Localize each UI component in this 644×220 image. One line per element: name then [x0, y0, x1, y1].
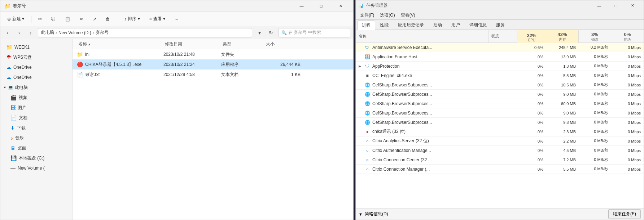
- file-type-cell: 文件夹: [221, 51, 264, 58]
- tm-process-row[interactable]: 🌐 CefSharp.BrowserSubproces... 0% 9.8 MB…: [356, 118, 644, 127]
- tm-process-row[interactable]: ○ Citrix Connection Center (32 ... 0% 7.…: [356, 155, 644, 165]
- paste-button[interactable]: 📋: [61, 14, 74, 24]
- file-row[interactable]: 📄 致谢.txt 2021/12/29 4:58 文本文档 1 KB: [73, 69, 353, 80]
- sidebar-item-wps[interactable]: 🌩 WPS云盘: [0, 52, 72, 62]
- sort-button[interactable]: ↑ 排序 ▾: [120, 14, 144, 24]
- share-button[interactable]: ↗: [89, 14, 100, 24]
- process-net-cell: 0 Mbps: [611, 83, 644, 87]
- tm-maximize-button[interactable]: □: [608, 0, 624, 11]
- sidebar-item-computer[interactable]: ▼ 💻 此电脑: [0, 82, 72, 93]
- file-name-cell: 📁 ini: [77, 51, 163, 57]
- file-size-cell: 26,444 KB: [264, 62, 301, 67]
- tab-users[interactable]: 用户: [447, 20, 465, 30]
- delete-button[interactable]: 🗑: [102, 14, 114, 24]
- process-mem-cell: 5.5 MB: [546, 167, 579, 171]
- tm-col-name[interactable]: 名称: [356, 30, 489, 43]
- copy-button[interactable]: ⿻: [47, 14, 60, 24]
- sidebar-item-d-drive[interactable]: — New Volume (: [0, 163, 72, 173]
- process-mem-cell: 5.5 MB: [546, 73, 579, 78]
- view-icon: ≡: [149, 17, 152, 22]
- process-cpu-cell: 0%: [517, 83, 546, 87]
- sidebar-item-music[interactable]: ♪ 音乐: [0, 133, 72, 143]
- address-path[interactable]: 此电脑 › New Volume (D:) › 赛尔号: [38, 28, 252, 37]
- tm-col-status[interactable]: 状态: [489, 30, 517, 43]
- tm-minimize-button[interactable]: —: [591, 0, 608, 11]
- tm-process-row[interactable]: 🌐 CefSharp.BrowserSubproces... 0% 10.5 M…: [356, 80, 644, 90]
- col-header-type[interactable]: 类型: [221, 41, 264, 47]
- tm-process-row[interactable]: ▶ 🛡 AppProtection 0% 1.8 MB 0 MB/秒 0 Mbp…: [356, 62, 644, 71]
- search-box[interactable]: 🔍 在 赛尔号 中搜索: [278, 28, 350, 37]
- rename-button[interactable]: ✏: [76, 14, 87, 24]
- tm-process-row[interactable]: ○ Citrix Analytics Server (32 位) 0% 2.2 …: [356, 136, 644, 146]
- back-button[interactable]: ‹: [3, 28, 12, 37]
- tm-process-row[interactable]: ■ CC_Engine_x64.exe 0% 5.5 MB 0 MB/秒 0 M…: [356, 71, 644, 80]
- tm-close-button[interactable]: ✕: [624, 0, 641, 11]
- copy-icon: ⿻: [51, 17, 56, 22]
- tab-performance[interactable]: 性能: [375, 20, 393, 30]
- sidebar-item-downloads[interactable]: ⬇ 下载: [0, 123, 72, 133]
- file-row[interactable]: 🔴 CHIKA登录器【4.5.1.3】.exe 2023/10/2 21:24 …: [73, 59, 353, 69]
- tm-process-row[interactable]: 🛡 Antimalware Service Executa... 0.6% 24…: [356, 43, 644, 52]
- process-net-cell: 0 Mbps: [611, 55, 644, 59]
- sidebar: 📁 WEEK1 🌩 WPS云盘 ☁ OneDrive ☁ OneDrive ▼ …: [0, 39, 73, 220]
- tm-process-row[interactable]: ● chika通讯 (32 位) 0% 2.3 MB 0 MB/秒 0 Mbps: [356, 127, 644, 136]
- menu-file[interactable]: 文件(F): [357, 11, 377, 20]
- col-header-name[interactable]: 名称 ▲: [77, 41, 163, 47]
- file-rows-container: 📁 ini 2023/10/2 21:48 文件夹 🔴 CHIKA登录器【4.5…: [73, 49, 353, 80]
- minimize-button[interactable]: —: [293, 0, 310, 12]
- forward-button[interactable]: ›: [15, 28, 23, 37]
- file-row[interactable]: 📁 ini 2023/10/2 21:48 文件夹: [73, 49, 353, 59]
- tm-process-row[interactable]: 🌐 CefSharp.BrowserSubproces... 0% 9.0 MB…: [356, 90, 644, 99]
- tm-col-net[interactable]: 0% 网络: [611, 30, 644, 43]
- up-button[interactable]: ↑: [26, 28, 35, 37]
- sidebar-item-pictures[interactable]: 🖼 图片: [0, 103, 72, 113]
- footer-summary[interactable]: ▼ 简略信息(D): [359, 211, 388, 217]
- process-icon: 🌐: [364, 91, 370, 97]
- sidebar-item-onedrive2[interactable]: ☁ OneDrive: [0, 72, 72, 82]
- tm-process-row[interactable]: ○ Citrix Connection Manager (... 0% 5.5 …: [356, 165, 644, 174]
- sidebar-item-desktop[interactable]: 🖥 桌面: [0, 143, 72, 153]
- sidebar-item-onedrive1[interactable]: ☁ OneDrive: [0, 62, 72, 72]
- view-button[interactable]: ≡ 查看 ▾: [145, 14, 169, 24]
- maximize-button[interactable]: □: [313, 0, 329, 12]
- process-name: CefSharp.BrowserSubproces...: [372, 82, 432, 87]
- col-header-size[interactable]: 大小: [264, 41, 301, 47]
- new-button[interactable]: ⊕ 新建 ▾: [3, 14, 28, 24]
- title-bar-controls: — □ ✕: [293, 0, 349, 12]
- file-explorer-title: 赛尔号: [13, 3, 293, 9]
- tm-col-disk[interactable]: 3% 磁盘: [579, 30, 611, 43]
- file-name-cell: 📄 致谢.txt: [77, 72, 163, 78]
- refresh-button[interactable]: ↻: [267, 28, 275, 37]
- dropdown-button[interactable]: ▾: [255, 28, 264, 37]
- tm-footer: ▼ 简略信息(D) 结束任务(E): [356, 208, 644, 220]
- process-mem-cell: 9.0 MB: [546, 92, 579, 96]
- end-task-button[interactable]: 结束任务(E): [608, 209, 641, 219]
- sidebar-item-videos[interactable]: 🎬 视频: [0, 93, 72, 103]
- col-header-date[interactable]: 修改日期: [163, 41, 221, 47]
- menu-options[interactable]: 选项(O): [377, 11, 398, 20]
- tab-app-history[interactable]: 应用历史记录: [393, 20, 429, 30]
- sidebar-item-week1[interactable]: 📁 WEEK1: [0, 42, 72, 52]
- tm-process-row[interactable]: ○ Citrix Authentication Manage... 0% 4.5…: [356, 146, 644, 155]
- tab-startup[interactable]: 启动: [429, 20, 447, 30]
- sidebar-label-onedrive2: OneDrive: [13, 75, 32, 80]
- tm-process-row[interactable]: 🪟 Application Frame Host 0% 13.9 MB 0 MB…: [356, 52, 644, 62]
- tab-processes[interactable]: 进程: [357, 21, 375, 30]
- close-button[interactable]: ✕: [332, 0, 349, 12]
- tab-details[interactable]: 详细信息: [465, 20, 491, 30]
- file-date-cell: 2023/10/2 21:48: [163, 52, 221, 57]
- tm-process-row[interactable]: 🌐 CefSharp.BrowserSubproces... 0% 9.0 MB…: [356, 108, 644, 118]
- process-disk-cell: 0 MB/秒: [579, 63, 611, 69]
- tm-col-mem[interactable]: 42% 内存: [546, 30, 579, 43]
- process-name-cell: 🌐 CefSharp.BrowserSubproces...: [356, 82, 489, 88]
- folder-icon: 📁: [6, 44, 12, 50]
- tm-col-cpu[interactable]: 22% CPU: [517, 30, 546, 43]
- menu-view[interactable]: 查看(V): [398, 11, 418, 20]
- sidebar-item-c-drive[interactable]: 💾 本地磁盘 (C:): [0, 153, 72, 163]
- cut-button[interactable]: ✂: [34, 14, 46, 24]
- tm-process-row[interactable]: 🌐 CefSharp.BrowserSubproces... 0% 60.0 M…: [356, 99, 644, 108]
- tab-services[interactable]: 服务: [491, 20, 509, 30]
- sidebar-item-documents[interactable]: 📄 文档: [0, 113, 72, 123]
- process-cpu-cell: 0%: [517, 92, 546, 96]
- more-button[interactable]: ···: [171, 14, 182, 24]
